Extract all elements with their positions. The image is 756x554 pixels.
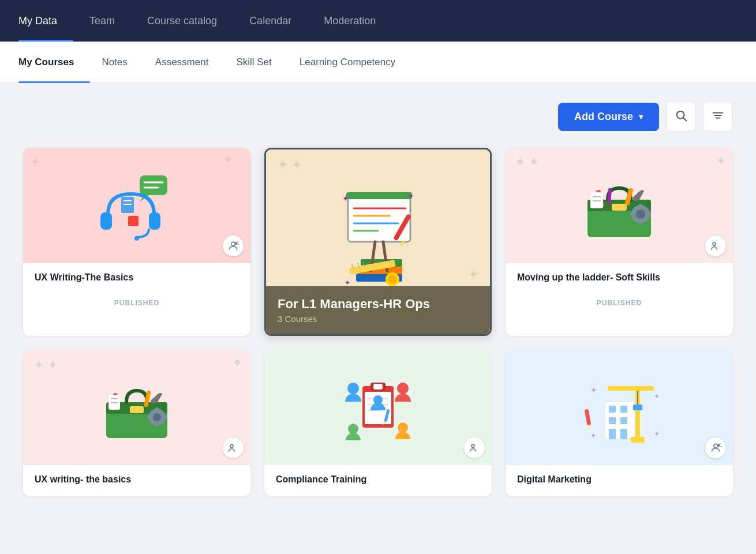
card-avatar: [705, 437, 726, 458]
course-card-digital-marketing[interactable]: ✦ ✦ ✦ ✦ Digita: [506, 350, 733, 496]
decoration: ✦: [30, 155, 40, 170]
card-body: UX Writing-The Basics: [23, 263, 250, 294]
tab-my-courses[interactable]: My Courses: [18, 42, 90, 83]
svg-point-73: [348, 424, 358, 434]
svg-rect-92: [620, 429, 627, 439]
nav-my-data[interactable]: My Data: [18, 0, 73, 42]
svg-rect-78: [373, 384, 383, 390]
toolbox-illustration: [576, 168, 663, 243]
svg-rect-64: [155, 422, 159, 427]
card-avatar: [705, 235, 726, 256]
chevron-down-icon: ▾: [639, 112, 643, 121]
svg-rect-87: [609, 406, 616, 413]
sub-navigation: My Courses Notes Assessment Skill Set Le…: [0, 42, 756, 83]
card-body: UX writing- the basics: [23, 465, 250, 496]
svg-point-74: [398, 422, 408, 433]
card-avatar: [223, 235, 244, 256]
nav-moderation[interactable]: Moderation: [308, 0, 392, 42]
svg-rect-5: [140, 175, 167, 195]
add-course-label: Add Course: [574, 111, 633, 123]
course-card-ux-writing-2[interactable]: ✦ ✦ ✦: [23, 350, 250, 496]
course-card-l1-managers[interactable]: ✦ ✦ ✦: [264, 148, 492, 336]
clipboard-illustration: [335, 370, 421, 445]
search-button[interactable]: [666, 102, 696, 132]
decoration: ✦ ✦: [33, 358, 58, 373]
svg-point-47: [636, 209, 645, 219]
course-title: Digital Marketing: [517, 474, 721, 485]
decoration: ✦: [232, 355, 242, 370]
course-title: UX Writing-The Basics: [35, 272, 239, 283]
svg-point-85: [471, 444, 474, 447]
decoration: ✦ ✦: [515, 155, 539, 170]
svg-point-11: [134, 236, 139, 241]
decoration: ✦: [223, 152, 233, 167]
svg-rect-42: [612, 204, 627, 211]
course-title: Moving up the ladder- Soft Skills: [517, 272, 721, 283]
course-title: Compliance Training: [276, 474, 480, 485]
svg-line-1: [683, 118, 686, 121]
decoration: ✦: [468, 267, 478, 282]
svg-point-62: [153, 413, 161, 421]
svg-rect-90: [620, 417, 627, 424]
svg-text:✦: ✦: [654, 392, 660, 400]
card-image: [264, 350, 492, 465]
svg-rect-50: [630, 212, 636, 216]
card-image: ✦ ✦ ✦: [506, 148, 733, 263]
svg-rect-66: [162, 415, 167, 419]
decoration: ✦ ✦: [278, 158, 302, 173]
svg-rect-10: [149, 212, 160, 230]
nav-course-catalog[interactable]: Course catalog: [131, 0, 233, 42]
card-body: Compliance Training: [264, 465, 492, 496]
svg-rect-88: [620, 406, 627, 413]
card-avatar: [223, 437, 244, 458]
filter-button[interactable]: [703, 102, 733, 132]
svg-rect-63: [155, 407, 159, 413]
tab-learning-competency[interactable]: Learning Competency: [300, 42, 411, 83]
course-card-compliance[interactable]: Compliance Training: [264, 350, 492, 496]
svg-rect-48: [639, 204, 642, 209]
add-course-button[interactable]: Add Course ▾: [558, 103, 659, 131]
search-icon: [675, 109, 687, 125]
svg-text:✦: ✦: [342, 194, 349, 203]
filter-icon: [712, 109, 724, 125]
card-body: Moving up the ladder- Soft Skills: [506, 263, 733, 294]
course-grid: ✦ ✦: [23, 148, 733, 496]
toolbox2-illustration: [93, 370, 180, 445]
svg-rect-26: [346, 192, 412, 199]
course-meta: 3 Courses: [278, 314, 478, 324]
svg-rect-51: [645, 212, 651, 216]
svg-point-16: [231, 242, 235, 246]
crane-illustration: ✦ ✦ ✦ ✦: [573, 370, 665, 445]
decoration: ✦: [716, 154, 726, 169]
svg-text:✦: ✦: [408, 192, 414, 200]
nav-team[interactable]: Team: [73, 0, 131, 42]
svg-rect-9: [100, 212, 112, 230]
tab-assessment[interactable]: Assessment: [155, 42, 225, 83]
svg-rect-49: [639, 219, 642, 224]
featured-overlay: For L1 Managers-HR Ops 3 Courses: [266, 286, 490, 334]
svg-rect-65: [147, 415, 152, 419]
svg-rect-103: [585, 409, 592, 426]
course-status: PUBLISHED: [506, 294, 733, 315]
svg-point-55: [713, 242, 716, 245]
svg-rect-89: [609, 417, 616, 424]
course-status: PUBLISHED: [23, 294, 250, 315]
course-card-soft-skills[interactable]: ✦ ✦ ✦: [506, 148, 733, 336]
svg-text:✦: ✦: [590, 385, 597, 395]
main-content: Add Course ▾: [0, 83, 756, 515]
svg-rect-21: [348, 196, 410, 242]
svg-point-70: [230, 444, 233, 447]
card-body: Digital Marketing: [506, 465, 733, 496]
card-avatar: [464, 437, 485, 458]
headset-illustration: [93, 165, 180, 246]
tab-skill-set[interactable]: Skill Set: [236, 42, 287, 83]
card-image: ✦ ✦ ✦: [266, 149, 490, 334]
tab-notes[interactable]: Notes: [102, 42, 143, 83]
course-card-ux-writing-basics[interactable]: ✦ ✦: [23, 148, 250, 336]
svg-point-105: [714, 444, 718, 448]
card-image: ✦ ✦ ✦ ✦: [506, 350, 733, 465]
card-image: ✦ ✦: [23, 148, 250, 263]
nav-calendar[interactable]: Calendar: [233, 0, 308, 42]
svg-text:✦: ✦: [654, 430, 660, 438]
svg-rect-91: [609, 429, 616, 439]
